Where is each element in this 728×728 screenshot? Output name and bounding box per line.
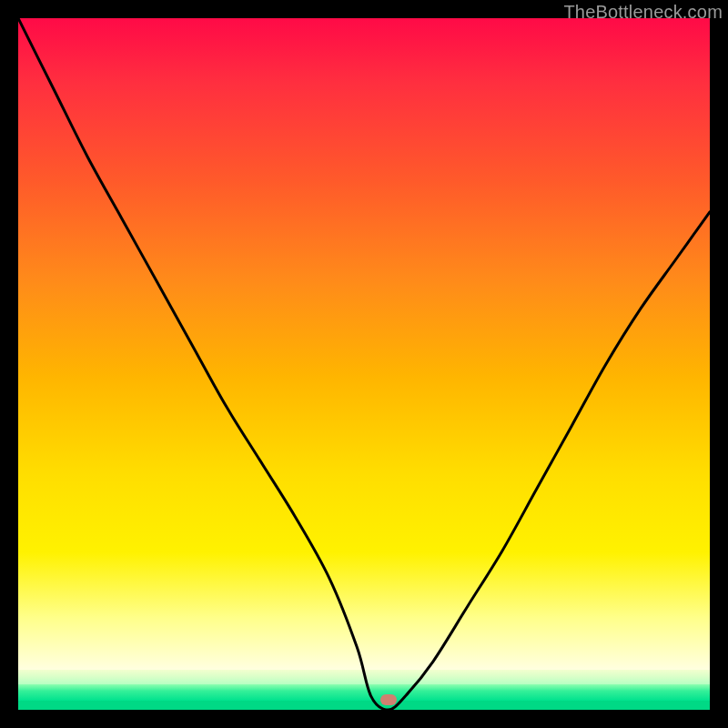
optimal-marker: [380, 694, 397, 705]
plot-area: [18, 18, 710, 710]
chart-frame: TheBottleneck.com: [0, 0, 728, 728]
curve-svg: [18, 18, 710, 710]
bottleneck-curve: [18, 18, 710, 710]
